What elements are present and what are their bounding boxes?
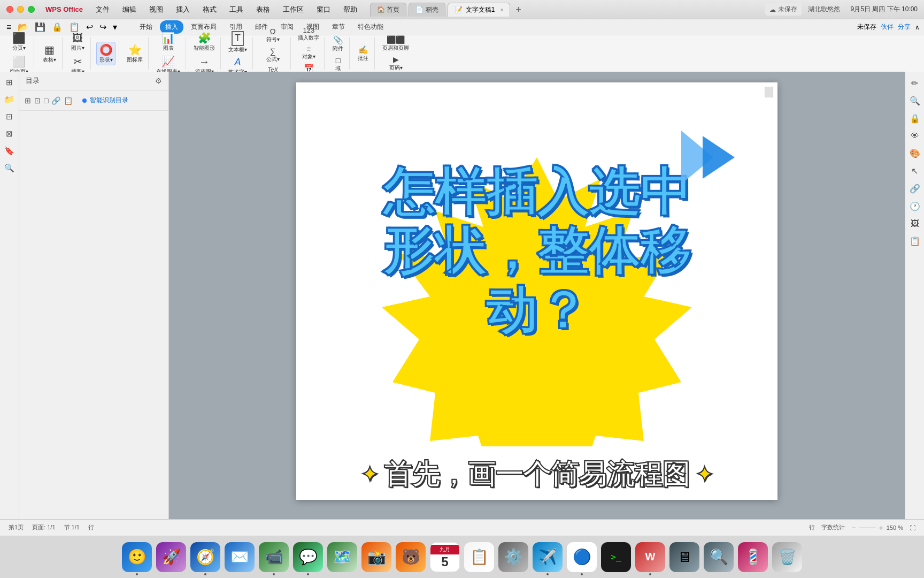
sidebar-settings-icon[interactable]: ⚙ xyxy=(155,77,162,85)
ls-grid-icon[interactable]: ⊞ xyxy=(4,76,14,89)
rs-time-icon[interactable]: 🕐 xyxy=(907,199,922,214)
dock-maps[interactable]: 🗺️ xyxy=(327,542,357,572)
menu-table[interactable]: 表格 xyxy=(254,4,272,16)
zoom-in-button[interactable]: + xyxy=(879,523,883,532)
ribbon-table[interactable]: ▦ 表格▾ xyxy=(40,42,59,65)
partner-btn[interactable]: 伙伴 xyxy=(881,22,894,32)
qa-more[interactable]: ▾ xyxy=(111,21,119,33)
tab-home[interactable]: 🏠 首页 xyxy=(370,3,406,17)
menu-window[interactable]: 窗口 xyxy=(314,4,333,16)
dock-trash[interactable]: 🗑️ xyxy=(772,542,802,572)
tab-add-button[interactable]: + xyxy=(515,5,521,14)
dock-safari[interactable]: 🧭 xyxy=(190,542,220,572)
rs-search-icon[interactable]: 🔍 xyxy=(907,94,922,108)
dock-chrome[interactable]: 🔵 xyxy=(567,542,597,572)
qa-lock[interactable]: 🔒 xyxy=(50,21,65,33)
ribbon-field[interactable]: □ 域 xyxy=(330,55,346,73)
menu-format[interactable]: 格式 xyxy=(201,4,219,16)
menu-edit[interactable]: 编辑 xyxy=(120,4,138,16)
share-btn[interactable]: 分享 xyxy=(898,22,911,32)
ribbon-header-footer[interactable]: ⬛⬛ 页眉和页脚 xyxy=(380,34,411,53)
menu-view[interactable]: 视图 xyxy=(147,4,165,16)
menu-file[interactable]: 文件 xyxy=(94,4,112,16)
ribbon-object[interactable]: ≡ 对象▾ xyxy=(301,44,317,62)
menu-help[interactable]: 帮助 xyxy=(341,4,359,16)
dock-app3[interactable]: 💈 xyxy=(738,542,768,572)
ls-expand-icon[interactable]: ⊡ xyxy=(4,110,14,123)
fullscreen-button[interactable] xyxy=(28,6,35,13)
rs-edit-icon[interactable]: ✏ xyxy=(909,76,920,90)
rs-lock-icon[interactable]: 🔒 xyxy=(907,111,922,126)
sidebar-tool-tag[interactable]: 📋 xyxy=(64,96,73,105)
sidebar-tool-collapse[interactable]: ⊡ xyxy=(34,96,41,105)
cloud-save-button[interactable]: ☁ 未保存 xyxy=(765,3,802,16)
dock-reminders[interactable]: 📋 xyxy=(464,542,494,572)
pagebreak-icon: ⬛ xyxy=(12,32,26,44)
sidebar-tool-expand[interactable]: ⊞ xyxy=(25,96,31,105)
rs-image-icon[interactable]: 🖼 xyxy=(908,217,921,231)
rs-palette-icon[interactable]: 🎨 xyxy=(907,146,922,161)
ribbon-group-number: 123 插入数字 ≡ 对象▾ 📅 日期 xyxy=(293,37,325,70)
ribbon-textbox[interactable]: T 文本框▾ xyxy=(226,30,249,55)
rs-copy-icon[interactable]: 📋 xyxy=(907,234,922,248)
menu-insert[interactable]: 插入 xyxy=(174,4,192,16)
dock-wps[interactable]: W xyxy=(635,542,665,572)
close-button[interactable] xyxy=(6,6,13,13)
doc-area[interactable]: .burst { fill: #FFE000; } 怎样插入选中形状，整体移动？ xyxy=(169,72,905,519)
dock-sysprefs[interactable]: ⚙️ xyxy=(498,542,528,572)
dock-telegram[interactable]: ✈️ xyxy=(533,542,563,572)
tab-daoke[interactable]: 📄 稻壳 xyxy=(409,3,445,17)
ribbon-smart[interactable]: 🧩 智能图形 xyxy=(191,31,217,53)
menu-tools[interactable]: 工具 xyxy=(227,4,245,16)
zoom-slider[interactable]: ──── xyxy=(859,524,875,531)
tab-section[interactable]: 章节 xyxy=(327,20,350,34)
dock-bear[interactable]: 🐻 xyxy=(396,542,426,572)
outline-item[interactable]: 智能识别目录 xyxy=(76,94,135,107)
zoom-out-button[interactable]: − xyxy=(851,523,856,532)
app-name[interactable]: WPS Office xyxy=(43,4,85,14)
rs-link-icon[interactable]: 🔗 xyxy=(907,181,922,196)
ribbon-symbol[interactable]: Ω 符号▾ xyxy=(265,26,281,44)
tab-close-icon[interactable]: × xyxy=(500,7,503,13)
ls-folder-icon[interactable]: 📁 xyxy=(3,93,16,106)
ribbon-pagebreak[interactable]: ⬛ 分页▾ xyxy=(10,31,29,53)
ribbon-formula[interactable]: ∑ 公式▾ xyxy=(265,45,281,64)
tab-doc1[interactable]: 📝 文字文稿1 × xyxy=(448,3,511,17)
dock-terminal[interactable]: >_ xyxy=(601,542,631,572)
pagenum-label: 页码▾ xyxy=(389,64,403,72)
sidebar-icons: ⚙ xyxy=(155,77,162,85)
rs-cursor-icon[interactable]: ↖ xyxy=(909,164,920,178)
ribbon-chart[interactable]: 📊 图表 xyxy=(159,31,178,53)
ribbon-shape[interactable]: ⭕ 形状▾ xyxy=(96,42,116,65)
ls-collapse-icon[interactable]: ⊠ xyxy=(4,127,14,140)
ribbon-iconlib[interactable]: ⭐ 图标库 xyxy=(125,42,145,65)
qa-save[interactable]: 💾 xyxy=(33,21,48,33)
ls-search-icon[interactable]: 🔍 xyxy=(3,162,16,174)
ribbon-comment[interactable]: ✍ 批注 xyxy=(355,44,371,63)
dock-facetime[interactable]: 📹 xyxy=(259,542,289,572)
minimize-button[interactable] xyxy=(17,6,24,13)
menu-workspace[interactable]: 工作区 xyxy=(281,4,306,16)
expand-btn[interactable]: ∧ xyxy=(915,24,920,31)
scroll-handle[interactable] xyxy=(765,87,773,97)
dock-messages[interactable]: 💬 xyxy=(293,542,323,572)
ribbon-attach[interactable]: 📎 附件 xyxy=(330,34,346,54)
dock-calendar[interactable]: 九月 5 xyxy=(430,542,460,572)
ls-bookmark-icon[interactable]: 🔖 xyxy=(3,144,16,157)
dock-finder[interactable]: 🙂 xyxy=(122,542,152,572)
tab-start[interactable]: 开始 xyxy=(134,20,158,34)
sidebar-tool-bookmark[interactable]: □ xyxy=(44,96,48,105)
sidebar-tool-link[interactable]: 🔗 xyxy=(51,96,60,105)
rs-eye-icon[interactable]: 👁 xyxy=(908,129,921,143)
ribbon-image[interactable]: 🖼 图片▾ xyxy=(68,31,87,53)
tab-special[interactable]: 特色功能 xyxy=(352,20,389,34)
ribbon-pagenum[interactable]: ▶ 页码▾ xyxy=(386,54,405,73)
dock-photos[interactable]: 📸 xyxy=(361,542,391,572)
dock-spotlight[interactable]: 🔍 xyxy=(704,542,734,572)
dock-mail[interactable]: ✉️ xyxy=(225,542,255,572)
dock-launchpad[interactable]: 🚀 xyxy=(156,542,186,572)
qa-redo[interactable]: ↪ xyxy=(97,21,109,33)
dock-app2[interactable]: 🖥 xyxy=(669,542,699,572)
status-fullscreen[interactable]: ⛶ xyxy=(910,524,915,531)
ribbon-insert-number[interactable]: 123 插入数字 xyxy=(296,25,321,43)
